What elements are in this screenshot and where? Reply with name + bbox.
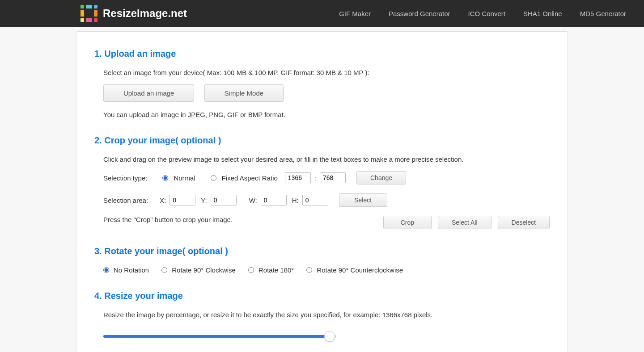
- radio-90cw-label[interactable]: Rotate 90° Clockwise: [172, 266, 236, 274]
- selection-area-row: Selection area: X: Y: W: H: Select: [103, 193, 550, 207]
- radio-90cw[interactable]: [161, 267, 167, 273]
- app-header: ResizeImage.net GIF Maker Password Gener…: [0, 0, 644, 27]
- top-nav: GIF Maker Password Generator ICO Convert…: [339, 10, 626, 17]
- change-button[interactable]: Change: [356, 171, 406, 184]
- main-panel: 1. Upload an image Select an image from …: [76, 31, 568, 352]
- aspect-width-input[interactable]: [285, 172, 311, 183]
- select-all-button[interactable]: Select All: [438, 216, 491, 229]
- slider-thumb[interactable]: [324, 331, 335, 342]
- lbl-w: W:: [249, 197, 257, 204]
- nav-gif-maker[interactable]: GIF Maker: [339, 10, 371, 17]
- logo-icon: [80, 5, 97, 22]
- crop-y-input[interactable]: [211, 195, 237, 205]
- rotate-options: No Rotation Rotate 90° Clockwise Rotate …: [94, 266, 550, 274]
- radio-180[interactable]: [248, 267, 254, 273]
- crop-instruction: Click and drag on the preview image to s…: [103, 155, 550, 163]
- slider-fill: [103, 335, 326, 338]
- section-resize: 4. Resize your image Resize the image by…: [94, 291, 550, 352]
- selection-type-row: Selection type: Normal Fixed Aspect Rati…: [103, 171, 550, 184]
- section-rotate: 3. Rotate your image( optional ) No Rota…: [94, 246, 550, 274]
- section-rotate-title: 3. Rotate your image( optional ): [94, 246, 550, 256]
- crop-button[interactable]: Crop: [383, 216, 432, 229]
- radio-no-rotation-label[interactable]: No Rotation: [114, 266, 149, 274]
- select-button[interactable]: Select: [339, 193, 387, 207]
- section-crop: 2. Crop your image( optional ) Click and…: [94, 135, 550, 229]
- lbl-h: H:: [292, 197, 299, 204]
- radio-fixed[interactable]: [211, 175, 216, 181]
- resize-instruction: Resize the image by percentage, or resiz…: [103, 311, 550, 318]
- section-upload: 1. Upload an image Select an image from …: [94, 49, 550, 118]
- radio-fixed-label[interactable]: Fixed Aspect Ratio: [222, 174, 278, 182]
- resize-slider[interactable]: [103, 331, 336, 342]
- nav-password-generator[interactable]: Password Generator: [389, 10, 450, 17]
- aspect-sep: :: [314, 174, 316, 182]
- nav-ico-convert[interactable]: ICO Convert: [468, 10, 505, 17]
- radio-normal[interactable]: [162, 175, 168, 181]
- crop-w-input[interactable]: [261, 195, 287, 205]
- radio-normal-label[interactable]: Normal: [174, 174, 195, 182]
- section-resize-title: 4. Resize your image: [94, 291, 550, 301]
- selection-area-label: Selection area:: [103, 197, 148, 204]
- crop-actions: Crop Select All Deselect: [383, 216, 550, 229]
- lbl-y: Y:: [201, 197, 207, 204]
- brand-text: ResizeImage.net: [103, 7, 187, 20]
- aspect-height-input[interactable]: [320, 172, 346, 183]
- section-crop-title: 2. Crop your image( optional ): [94, 135, 550, 146]
- lbl-x: X:: [160, 197, 166, 204]
- radio-no-rotation[interactable]: [103, 267, 109, 273]
- radio-90ccw[interactable]: [306, 267, 312, 273]
- crop-x-input[interactable]: [169, 195, 195, 205]
- upload-image-button[interactable]: Upload an image: [103, 84, 194, 102]
- crop-h-input[interactable]: [302, 195, 328, 205]
- deselect-button[interactable]: Deselect: [498, 216, 550, 229]
- radio-180-label[interactable]: Rotate 180°: [258, 266, 294, 274]
- selection-type-label: Selection type:: [103, 174, 147, 182]
- brand[interactable]: ResizeImage.net: [80, 5, 187, 22]
- section-upload-title: 1. Upload an image: [94, 49, 550, 59]
- nav-md5-generator[interactable]: MD5 Generator: [580, 10, 626, 17]
- simple-mode-button[interactable]: Simple Mode: [204, 84, 284, 102]
- upload-formats-note: You can upload an image in JPEG, PNG, GI…: [103, 111, 550, 118]
- crop-note: Press the "Crop" button to crop your ima…: [103, 216, 233, 223]
- nav-sha1-online[interactable]: SHA1 Online: [523, 10, 562, 17]
- radio-90ccw-label[interactable]: Rotate 90° Counterclockwise: [317, 266, 403, 274]
- upload-instruction: Select an image from your device( Max: 1…: [103, 69, 550, 76]
